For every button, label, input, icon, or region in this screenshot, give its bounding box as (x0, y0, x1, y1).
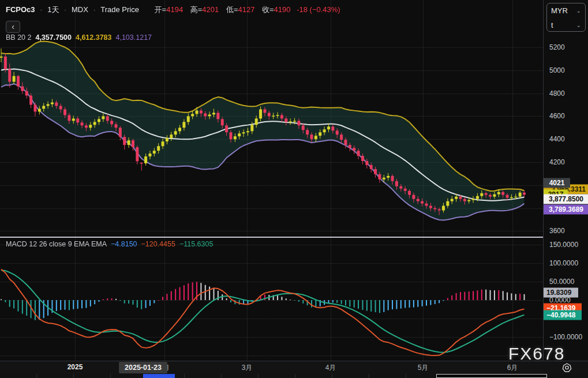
macd-title: MACD 12 26 close 9 EMA EMA (6, 240, 107, 248)
axis-tick-label: 100.0000 (549, 259, 578, 267)
axis-tick-label: 5000 (549, 66, 565, 74)
time-axis[interactable]: 2025-01-23 20252月3月4月5月6月 (0, 361, 588, 374)
change-value: -18 (−0.43%) (297, 5, 340, 14)
series-label: Trade Price (100, 5, 139, 14)
bb-basis-current-badge: 3,877.8500 (544, 194, 588, 204)
macd-signal-badge: −40.9948 (544, 310, 582, 320)
bb-indicator-legend[interactable]: BB 20 2 4,357.7500 4,612.3783 4,103.1217 (6, 33, 152, 42)
separator-dot: · (93, 5, 96, 14)
axis-tick-label: 3600 (549, 227, 565, 235)
ohlc-values: 开=4194 高=4201 低=4127 收=4190 -18 (−0.43%) (149, 5, 340, 14)
bb-lower-current-badge: 3,789.3689 (544, 204, 588, 214)
bb-basis-value: 4,357.7500 (35, 33, 72, 42)
open-value: 4194 (166, 5, 183, 14)
bb-lower-value: 4,103.1217 (115, 33, 152, 42)
chevron-down-icon: ⌄ (576, 18, 581, 32)
macd-signal-value: −115.6305 (179, 240, 214, 248)
pane-divider[interactable] (0, 237, 588, 238)
high-value: 4201 (202, 5, 219, 14)
open-label: 开= (155, 5, 167, 14)
axis-tick-label: 150.0000 (549, 241, 578, 249)
minimap-segments (0, 374, 436, 378)
high-label: 高= (190, 5, 203, 14)
time-tick-year: 2025 (68, 363, 83, 371)
chevron-left-icon: ‹ (12, 22, 14, 31)
separator-dot: · (40, 5, 42, 14)
symbol-name[interactable]: FCPOc3 (6, 5, 35, 14)
macd-line-value: −120.4455 (141, 240, 175, 248)
time-tick-month: 4月 (325, 363, 336, 373)
crosshair-price-badge: 4021 (544, 178, 570, 188)
time-tick-month: 3月 (242, 363, 253, 373)
trading-chart-app: FCPOc3 · 1天 · MDX · Trade Price 开=4194 高… (0, 0, 588, 378)
axis-tick-label: 4600 (549, 112, 565, 120)
macd-hist-badge: 19.8309 (544, 288, 578, 298)
crosshair-date-badge: 2025-01-23 (119, 362, 167, 373)
axis-tick-label: 4200 (549, 158, 565, 166)
time-tick-month: 5月 (418, 363, 429, 373)
currency-dropdown[interactable]: MYR ⌄ (547, 3, 585, 18)
macd-pane-canvas[interactable] (0, 238, 543, 361)
close-value: 4190 (274, 5, 291, 14)
time-tick-month: 6月 (507, 363, 518, 373)
macd-indicator-legend[interactable]: MACD 12 26 close 9 EMA EMA −4.8150 −120.… (6, 240, 213, 248)
unit-dropdown[interactable]: t ⌄ (547, 18, 585, 32)
axis-tick-label: 4800 (549, 89, 565, 98)
separator-dot: · (64, 5, 66, 14)
interval-label[interactable]: 1天 (47, 5, 59, 14)
fx678-watermark: FX678 (508, 344, 565, 364)
axis-tick-label: 4400 (549, 135, 565, 143)
exchange-label: MDX (72, 5, 88, 14)
price-axis[interactable]: MYR ⌄ t ⌄ 520050004800460044004200360015… (543, 0, 588, 374)
symbol-header: FCPOc3 · 1天 · MDX · Trade Price 开=4194 高… (6, 5, 340, 15)
close-label: 收= (262, 5, 274, 14)
bb-upper-value: 4,612.3783 (76, 33, 112, 42)
macd-hist-value: −4.8150 (111, 240, 137, 248)
axis-tick-label: 50.0000 (549, 278, 574, 286)
axis-settings-gear-icon[interactable] (562, 363, 572, 373)
chevron-down-icon: ⌄ (576, 3, 581, 18)
low-value: 4127 (238, 5, 254, 14)
axis-tick-label: −100.0000 (549, 333, 582, 341)
bb-title: BB 20 2 (6, 33, 31, 42)
minimap-viewport-box[interactable] (436, 374, 547, 378)
unit-value: t (551, 18, 553, 32)
low-label: 低= (226, 5, 238, 14)
back-button[interactable]: ‹ (6, 21, 20, 33)
currency-unit-box: MYR ⌄ t ⌄ (546, 3, 586, 32)
minimap-strip[interactable] (0, 374, 588, 378)
minimap-highlight[interactable] (143, 374, 175, 378)
axis-tick-label: 5200 (549, 43, 565, 51)
currency-value: MYR (551, 3, 568, 18)
